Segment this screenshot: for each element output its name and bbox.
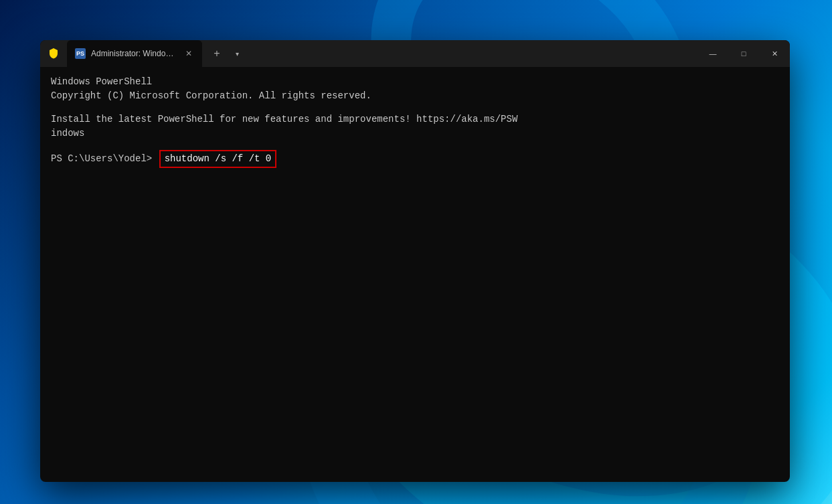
powershell-icon: PS: [75, 48, 86, 59]
output-line-1: Windows PowerShell: [51, 75, 779, 89]
close-button[interactable]: ✕: [759, 40, 790, 67]
prompt-line: PS C:\Users\Yodel> shutdown /s /f /t 0: [51, 150, 779, 168]
maximize-button[interactable]: □: [728, 40, 759, 67]
shield-icon-area: [40, 48, 67, 59]
terminal-content[interactable]: Windows PowerShell Copyright (C) Microso…: [40, 67, 790, 482]
output-line-3: Install the latest PowerShell for new fe…: [51, 112, 779, 127]
output-line-2: Copyright (C) Microsoft Corporation. All…: [51, 89, 779, 103]
terminal-window: PS Administrator: Windows Powe ✕ + ▾ — □…: [40, 40, 790, 482]
tab-controls: + ▾: [202, 40, 250, 67]
shield-icon: [48, 48, 59, 59]
title-bar: PS Administrator: Windows Powe ✕ + ▾ — □…: [40, 40, 790, 67]
tab-area: PS Administrator: Windows Powe ✕ + ▾: [67, 40, 697, 67]
spacer-1: [51, 103, 779, 112]
new-tab-button[interactable]: +: [207, 44, 226, 63]
tab-close-button[interactable]: ✕: [183, 48, 194, 59]
prompt-text: PS C:\Users\Yodel>: [51, 152, 158, 166]
active-tab[interactable]: PS Administrator: Windows Powe ✕: [67, 40, 202, 67]
spacer-2: [51, 141, 779, 150]
minimize-button[interactable]: —: [697, 40, 728, 67]
command-text[interactable]: shutdown /s /f /t 0: [159, 150, 277, 168]
window-controls: — □ ✕: [697, 40, 790, 67]
tab-title: Administrator: Windows Powe: [91, 49, 178, 58]
output-line-4: indows: [51, 127, 779, 141]
dropdown-button[interactable]: ▾: [229, 44, 245, 63]
